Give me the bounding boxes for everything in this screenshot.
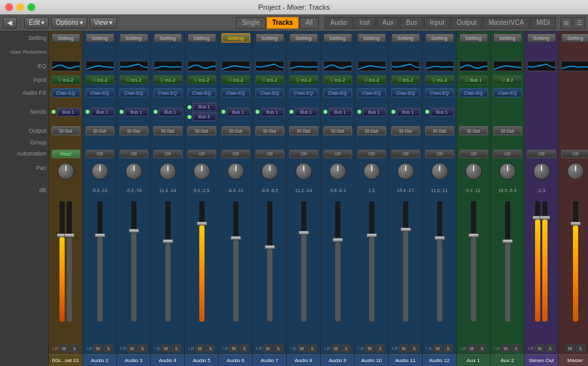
eq-display-3[interactable]	[120, 61, 148, 71]
channel-name-4[interactable]: Audio 4	[151, 354, 184, 366]
output-button-2[interactable]: St Out	[86, 126, 114, 135]
solo-button-2[interactable]: S	[104, 344, 113, 352]
solo-button-14[interactable]: S	[512, 344, 521, 352]
send-button-5-Bus1[interactable]: Bus 1	[193, 103, 216, 111]
fader-track-1-0[interactable]	[59, 201, 65, 322]
send-button-6-Bus1[interactable]: Bus 1	[227, 108, 250, 116]
channel-name-10[interactable]: Audio 10	[355, 354, 388, 366]
pan-knob-12[interactable]	[431, 163, 448, 180]
fader-thumb-4-0[interactable]	[163, 239, 173, 243]
channel-name-16[interactable]: Master	[559, 354, 588, 366]
mute-button-4[interactable]: M	[161, 344, 171, 352]
setting-button-11[interactable]: Setting	[391, 33, 420, 42]
audiofx-button-6[interactable]: Chan EQ	[221, 88, 250, 97]
setting-button-13[interactable]: Setting	[459, 33, 488, 42]
mute-button-6[interactable]: M	[229, 344, 238, 352]
send-button-5-Bus2[interactable]: Bus 2	[193, 112, 216, 121]
fader-track-3-0[interactable]	[131, 201, 137, 322]
fader-track-1-1[interactable]	[67, 201, 72, 322]
input-button-1[interactable]: In1-2	[52, 75, 80, 84]
pan-knob-9[interactable]	[329, 163, 346, 180]
fader-thumb-10-0[interactable]	[367, 233, 377, 237]
list-view-button[interactable]: ☰	[574, 17, 585, 29]
fader-thumb-11-0[interactable]	[400, 227, 411, 231]
setting-button-15[interactable]: Setting	[527, 33, 556, 42]
fader-track-10-0[interactable]	[369, 201, 374, 322]
audiofx-button-10[interactable]: Chan EQ	[357, 88, 386, 97]
tab-tracks[interactable]: Tracks	[267, 17, 299, 29]
fader-thumb-16-0[interactable]	[570, 222, 581, 225]
eq-display-14[interactable]	[493, 61, 522, 71]
mute-button-2[interactable]: M	[93, 344, 103, 352]
tab-midi[interactable]: MIDI	[531, 17, 556, 29]
edit-menu[interactable]: Edit ▾	[24, 17, 49, 29]
mute-button-7[interactable]: M	[263, 344, 272, 352]
automation-button-11[interactable]: Off	[391, 150, 420, 158]
automation-button-14[interactable]: Off	[493, 150, 522, 158]
setting-button-6[interactable]: Setting	[221, 33, 250, 42]
channel-name-12[interactable]: Audio 12	[423, 354, 456, 366]
send-button-2-Bus1[interactable]: Bus 1	[91, 108, 114, 116]
input-button-3[interactable]: In1-2	[120, 75, 148, 84]
send-button-4-Bus1[interactable]: Bus 1	[159, 108, 182, 116]
input-button-13[interactable]: Bus 1	[459, 75, 488, 84]
grid-view-button[interactable]: ⊞	[561, 17, 572, 29]
input-button-4[interactable]: In1-2	[154, 75, 182, 84]
fader-thumb-5-0[interactable]	[197, 222, 207, 225]
setting-button-3[interactable]: Setting	[120, 33, 148, 42]
setting-button-1[interactable]: Setting	[52, 33, 80, 42]
eq-display-2[interactable]	[86, 61, 114, 71]
fader-thumb-14-0[interactable]	[502, 239, 513, 243]
mute-button-12[interactable]: M	[433, 344, 442, 352]
send-button-10-Bus1[interactable]: Bus 1	[363, 108, 386, 116]
eq-display-1[interactable]	[52, 61, 80, 71]
audiofx-button-12[interactable]: Chan EQ	[425, 88, 454, 97]
automation-button-2[interactable]: Off	[86, 150, 114, 158]
fader-thumb-2-0[interactable]	[95, 233, 105, 237]
automation-button-13[interactable]: Off	[459, 150, 488, 158]
setting-button-12[interactable]: Setting	[425, 33, 454, 42]
input-button-9[interactable]: In1-2	[323, 75, 352, 84]
audiofx-button-14[interactable]: Chan EQ	[493, 88, 522, 97]
automation-button-12[interactable]: Off	[425, 150, 454, 158]
options-menu[interactable]: Options ▾	[51, 17, 87, 29]
input-button-12[interactable]: In1-2	[425, 75, 454, 84]
setting-button-4[interactable]: Setting	[154, 33, 182, 42]
eq-display-16[interactable]	[561, 61, 589, 71]
setting-button-7[interactable]: Setting	[255, 33, 284, 42]
pan-knob-8[interactable]	[295, 163, 312, 180]
automation-button-16[interactable]: Off	[561, 150, 589, 158]
automation-button-7[interactable]: Off	[255, 150, 284, 158]
view-menu[interactable]: View ▾	[90, 17, 118, 29]
pan-knob-5[interactable]	[193, 163, 210, 180]
eq-display-13[interactable]	[459, 61, 488, 71]
solo-button-7[interactable]: S	[274, 344, 283, 352]
automation-button-10[interactable]: Off	[357, 150, 386, 158]
channel-name-7[interactable]: Audio 7	[253, 354, 286, 366]
solo-button-10[interactable]: S	[376, 344, 385, 352]
mute-button-9[interactable]: M	[331, 344, 340, 352]
audiofx-button-5[interactable]: Chan EQ	[188, 88, 216, 97]
fader-track-7-0[interactable]	[267, 201, 272, 322]
solo-button-1[interactable]: S	[70, 344, 79, 352]
maximize-button[interactable]	[27, 3, 35, 11]
fader-thumb-13-0[interactable]	[468, 233, 479, 237]
pan-knob-15[interactable]	[533, 163, 550, 180]
mute-button-3[interactable]: M	[127, 344, 137, 352]
output-button-5[interactable]: St Out	[188, 126, 216, 135]
automation-button-4[interactable]: Off	[154, 150, 182, 158]
mute-button-8[interactable]: M	[297, 344, 306, 352]
channel-name-3[interactable]: Audio 3	[117, 354, 150, 366]
mute-button-1[interactable]: M	[59, 344, 69, 352]
output-button-3[interactable]: St Out	[120, 126, 148, 135]
tab-input[interactable]: Input	[424, 17, 450, 29]
eq-display-5[interactable]	[188, 61, 216, 71]
output-button-7[interactable]: St Out	[255, 126, 284, 135]
send-button-12-Bus1[interactable]: Bus 1	[431, 108, 454, 116]
setting-button-14[interactable]: Setting	[493, 33, 522, 42]
fader-track-14-0[interactable]	[505, 201, 510, 322]
automation-button-3[interactable]: Off	[120, 150, 148, 158]
pan-knob-11[interactable]	[397, 163, 414, 180]
eq-display-4[interactable]	[154, 61, 182, 71]
pan-knob-14[interactable]	[499, 163, 516, 180]
